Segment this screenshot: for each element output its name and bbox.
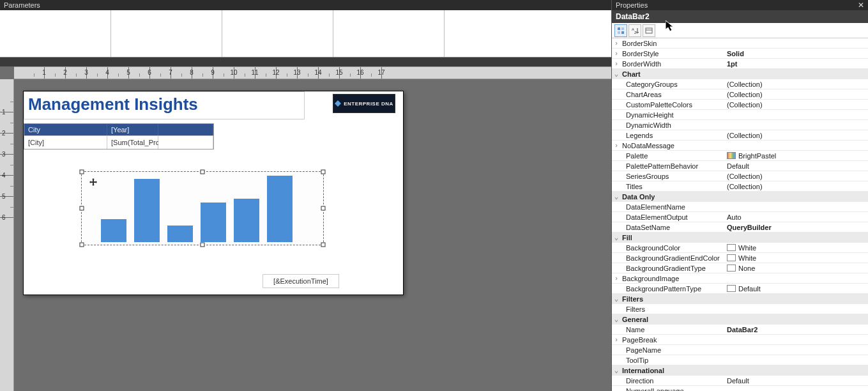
parameter-cell[interactable] [333,10,445,57]
property-value[interactable]: Solid [726,50,868,57]
property-category[interactable]: ⌄Data Only [612,192,868,202]
collapse-icon[interactable]: ⌄ [612,295,621,303]
selection-handle[interactable] [80,243,84,247]
enterprise-dna-logo[interactable]: ENTERPRISE DNA [333,94,395,113]
panel-splitter[interactable] [0,57,611,66]
expand-icon[interactable]: › [612,49,621,57]
property-value[interactable]: QueryBuilder [726,224,868,231]
categorized-view-button[interactable] [614,24,627,37]
property-value[interactable]: (Collection) [726,183,868,190]
property-value[interactable]: (Collection) [726,172,868,180]
property-row[interactable]: DynamicWidth [612,120,868,130]
expand-icon[interactable]: › [612,274,621,282]
table-cell-value[interactable]: [Sum(Total_Pro [107,135,158,149]
property-value[interactable]: Default [726,377,868,385]
table-header-year[interactable]: [Year] [107,124,158,135]
expand-icon[interactable]: › [612,141,621,150]
selection-handle[interactable] [321,243,326,247]
property-value[interactable]: (Collection) [726,91,868,98]
execution-time-textbox[interactable]: [&ExecutionTime] [263,274,339,288]
selected-object-name[interactable]: DataBar2 [612,10,868,23]
selection-handle[interactable] [201,170,205,174]
property-value[interactable]: Auto [726,213,868,221]
property-row[interactable]: DataElementName [612,202,868,212]
report-body[interactable]: Management Insights ENTERPRISE DNA City … [23,91,404,295]
parameter-cell[interactable] [222,10,333,57]
property-row[interactable]: NameDataBar2 [612,325,868,335]
property-row[interactable]: PageName [612,345,868,355]
table-cell-empty[interactable] [158,135,213,149]
property-value[interactable]: White [726,254,868,262]
property-category[interactable]: ⌄International [612,365,868,376]
vertical-ruler[interactable]: 123456 [0,79,14,391]
selection-handle[interactable] [321,170,326,174]
collapse-icon[interactable]: ⌄ [612,366,621,374]
property-row[interactable]: BackgroundPatternTypeDefault [612,284,868,294]
parameters-grid[interactable] [0,10,611,57]
property-category[interactable]: ⌄Chart [612,69,868,79]
table-header-city[interactable]: City [24,124,107,135]
collapse-icon[interactable]: ⌄ [612,315,621,323]
property-row[interactable]: CategoryGroups(Collection) [612,79,868,89]
design-canvas[interactable]: Management Insights ENTERPRISE DNA City … [14,79,611,391]
property-row[interactable]: ›BackgroundImage [612,273,868,284]
alphabetical-view-button[interactable]: AZ [628,24,641,37]
property-value[interactable]: 1pt [726,60,868,68]
collapse-icon[interactable]: ⌄ [612,233,621,241]
matrix-table[interactable]: City [Year] [City] [Sum(Total_Pro [24,123,214,150]
expand-icon[interactable]: › [612,39,621,47]
selection-handle[interactable] [80,206,84,211]
move-handle-icon[interactable] [89,177,97,185]
property-row[interactable]: ChartAreas(Collection) [612,89,868,100]
report-title-textbox[interactable]: Management Insights [24,91,305,119]
properties-panel-header[interactable]: Properties ✕ [612,0,868,10]
property-row[interactable]: DirectionDefault [612,376,868,386]
property-row[interactable]: BackgroundGradientTypeNone [612,263,868,273]
property-row[interactable]: DataSetNameQueryBuilder [612,222,868,233]
property-row[interactable]: PaletteBrightPastel [612,151,868,161]
property-row[interactable]: NumeralLanguage [612,386,868,391]
collapse-icon[interactable]: ⌄ [612,70,621,78]
properties-grid[interactable]: ›BorderSkin›BorderStyleSolid›BorderWidth… [612,38,868,391]
property-row[interactable]: ›BorderSkin [612,38,868,49]
property-value[interactable]: Default [726,162,868,170]
property-row[interactable]: CustomPaletteColors(Collection) [612,100,868,110]
horizontal-ruler[interactable]: 1234567891011121314151617 [14,66,611,79]
property-value[interactable]: Default [726,285,868,293]
property-row[interactable]: Titles(Collection) [612,181,868,192]
property-row[interactable]: ›BorderWidth1pt [612,59,868,69]
property-category[interactable]: ⌄Filters [612,294,868,304]
expand-icon[interactable]: › [612,335,621,344]
property-row[interactable]: Filters [612,304,868,314]
table-cell-city[interactable]: [City] [24,135,107,149]
selection-handle[interactable] [201,243,205,247]
property-row[interactable]: BackgroundColorWhite [612,243,868,253]
parameters-panel-header[interactable]: Parameters [0,0,611,10]
property-row[interactable]: ›NoDataMessage [612,141,868,151]
parameter-cell[interactable] [0,10,111,57]
property-value[interactable]: None [726,264,868,272]
property-pages-button[interactable] [643,24,655,37]
property-value[interactable]: (Collection) [726,80,868,88]
selection-handle[interactable] [80,170,84,174]
property-category[interactable]: ⌄Fill [612,233,868,243]
property-row[interactable]: ToolTip [612,355,868,365]
property-row[interactable]: ›BorderStyleSolid [612,49,868,59]
databar-chart[interactable] [81,171,324,245]
collapse-icon[interactable]: ⌄ [612,192,621,201]
property-row[interactable]: ›PageBreak [612,335,868,345]
property-value[interactable]: DataBar2 [726,326,868,334]
table-header-value[interactable] [158,124,213,135]
parameter-cell[interactable] [111,10,222,57]
selection-handle[interactable] [321,206,326,211]
property-row[interactable]: SeriesGroups(Collection) [612,171,868,181]
property-row[interactable]: Legends(Collection) [612,130,868,141]
property-row[interactable]: DynamicHeight [612,110,868,120]
close-icon[interactable]: ✕ [858,2,864,9]
property-row[interactable]: BackgroundGradientEndColorWhite [612,253,868,263]
property-value[interactable]: White [726,244,868,252]
property-category[interactable]: ⌄General [612,314,868,325]
property-value[interactable]: BrightPastel [726,152,868,160]
property-row[interactable]: DataElementOutputAuto [612,212,868,222]
property-value[interactable]: (Collection) [726,132,868,139]
